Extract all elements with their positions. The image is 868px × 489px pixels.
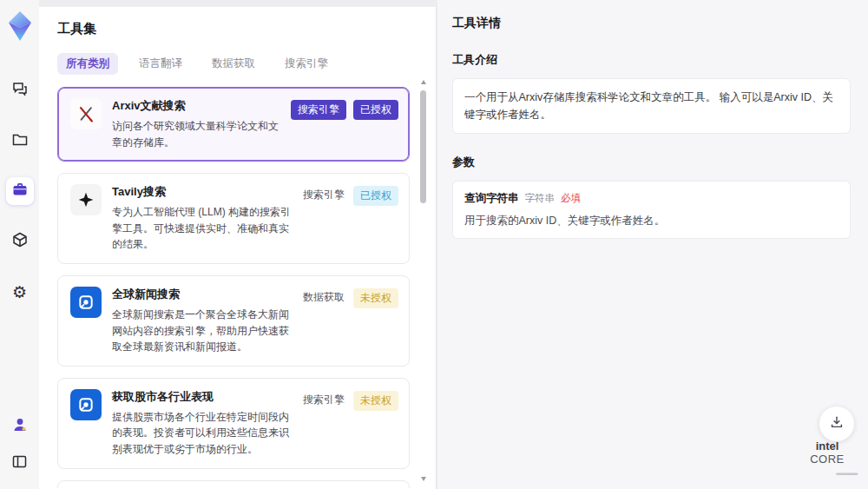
stock-sector-logo-icon — [70, 389, 102, 420]
cube-icon — [11, 231, 29, 252]
tool-card-tavily[interactable]: Tavily搜索 专为人工智能代理 (LLM) 构建的搜索引擎工具。可快速提供实… — [57, 173, 410, 264]
tab-translation[interactable]: 语言翻译 — [130, 53, 191, 75]
tool-description: 专为人工智能代理 (LLM) 构建的搜索引擎工具。可快速提供实时、准确和真实的结… — [112, 204, 293, 253]
params-heading: 参数 — [452, 155, 851, 170]
brand-intel: intel — [816, 439, 839, 453]
sidebar-item-settings[interactable]: ⚙ — [6, 278, 34, 306]
category-badge: 搜索引擎 — [291, 100, 346, 120]
brand-core: CORE — [810, 453, 845, 466]
chat-icon — [11, 80, 29, 101]
app-logo — [7, 10, 33, 42]
tool-description: 全球新闻搜索是一个聚合全球各大新闻网站内容的搜索引擎，帮助用户快速获取全球最新资… — [112, 307, 293, 355]
tool-card-stock-sectors[interactable]: 获取股市各行业表现 提供股票市场各个行业在特定时间段内的表现。投资者可以利用这些… — [57, 378, 410, 469]
sidebar-item-tools[interactable] — [6, 177, 34, 205]
param-description: 用于搜索的Arxiv ID、关键字或作者姓名。 — [464, 214, 838, 228]
panel-toggle-icon — [11, 453, 28, 473]
auth-status-badge: 未授权 — [353, 288, 398, 308]
tab-all-categories[interactable]: 所有类别 — [57, 53, 118, 75]
tool-detail-panel: 工具详情 工具介绍 一个用于从Arxiv存储库搜索科学论文和文章的工具。 输入可… — [437, 0, 868, 489]
auth-status-badge: 未授权 — [353, 391, 398, 411]
sidebar-bottom — [6, 413, 34, 489]
sidebar-item-collapse[interactable] — [6, 449, 34, 477]
sidebar-nav: ⚙ — [6, 76, 34, 306]
scrollbar-up-arrow-icon[interactable] — [421, 80, 426, 84]
tab-data-fetch[interactable]: 数据获取 — [203, 53, 264, 75]
list-scrollbar[interactable] — [419, 80, 428, 481]
param-required-flag: 必填 — [561, 192, 581, 205]
briefcase-icon — [11, 181, 29, 202]
sidebar-item-chat[interactable] — [6, 76, 34, 104]
tool-card-active-stocks[interactable]: 获取市场最活跃股票信息 提供当天交易量最高的股票列表，投资者可以利用这些信息来识… — [57, 480, 410, 488]
detail-title: 工具详情 — [452, 16, 851, 31]
global-news-logo-icon — [70, 287, 102, 318]
intro-heading: 工具介绍 — [452, 52, 851, 68]
tool-description: 访问各个研究领域大量科学论文和文章的存储库。 — [112, 118, 282, 150]
sidebar-item-models[interactable] — [6, 228, 34, 255]
param-box: 查询字符串 字符串 必填 用于搜索的Arxiv ID、关键字或作者姓名。 — [452, 181, 851, 239]
param-type: 字符串 — [525, 192, 556, 205]
page-title: 工具集 — [57, 21, 410, 37]
brand-subtext: ▂▂▂▂ — [797, 467, 858, 475]
tools-list: Arxiv文献搜索 访问各个研究领域大量科学论文和文章的存储库。 搜索引擎 已授… — [57, 87, 410, 488]
tool-card-arxiv[interactable]: Arxiv文献搜索 访问各个研究领域大量科学论文和文章的存储库。 搜索引擎 已授… — [57, 87, 410, 162]
intro-text: 一个用于从Arxiv存储库搜索科学论文和文章的工具。 输入可以是Arxiv ID… — [464, 89, 838, 123]
tool-title: Arxiv文献搜索 — [112, 98, 282, 114]
category-label: 数据获取 — [301, 288, 346, 307]
tool-title: Tavily搜索 — [112, 184, 293, 200]
app-window: ⚙ — [0, 0, 868, 489]
intel-core-logo: intel CORE ▂▂▂▂ — [797, 439, 858, 475]
intro-box: 一个用于从Arxiv存储库搜索科学论文和文章的工具。 输入可以是Arxiv ID… — [452, 78, 851, 134]
download-icon — [829, 414, 845, 433]
scrollbar-down-arrow-icon[interactable] — [421, 477, 426, 481]
auth-status-badge: 已授权 — [353, 100, 398, 120]
tool-card-global-news[interactable]: 全球新闻搜索 全球新闻搜索是一个聚合全球各大新闻网站内容的搜索引擎，帮助用户快速… — [57, 275, 410, 367]
tool-title: 获取股市各行业表现 — [112, 389, 293, 405]
tools-list-panel: 工具集 所有类别 语言翻译 数据获取 搜索引擎 — [39, 7, 437, 489]
category-label: 搜索引擎 — [301, 391, 346, 409]
category-label: 搜索引擎 — [301, 186, 346, 204]
sidebar-item-files[interactable] — [6, 127, 34, 155]
folder-icon — [11, 130, 29, 151]
tool-title: 全球新闻搜索 — [112, 287, 293, 302]
sidebar-item-profile[interactable] — [6, 413, 34, 440]
scrollbar-thumb[interactable] — [420, 90, 426, 203]
tool-description: 提供股票市场各个行业在特定时间段内的表现。投资者可以利用这些信息来识别表现优于或… — [112, 409, 293, 458]
auth-status-badge: 已授权 — [353, 186, 398, 206]
param-name: 查询字符串 — [464, 191, 519, 206]
left-sidebar: ⚙ — [0, 0, 39, 489]
download-button[interactable] — [819, 406, 854, 441]
tavily-star-logo-icon — [70, 184, 102, 215]
tab-search-engine[interactable]: 搜索引擎 — [276, 53, 337, 75]
gear-icon: ⚙ — [12, 284, 27, 301]
category-tabs: 所有类别 语言翻译 数据获取 搜索引擎 — [57, 53, 410, 75]
user-avatar-icon — [11, 416, 29, 437]
arxiv-logo-icon — [70, 98, 102, 129]
